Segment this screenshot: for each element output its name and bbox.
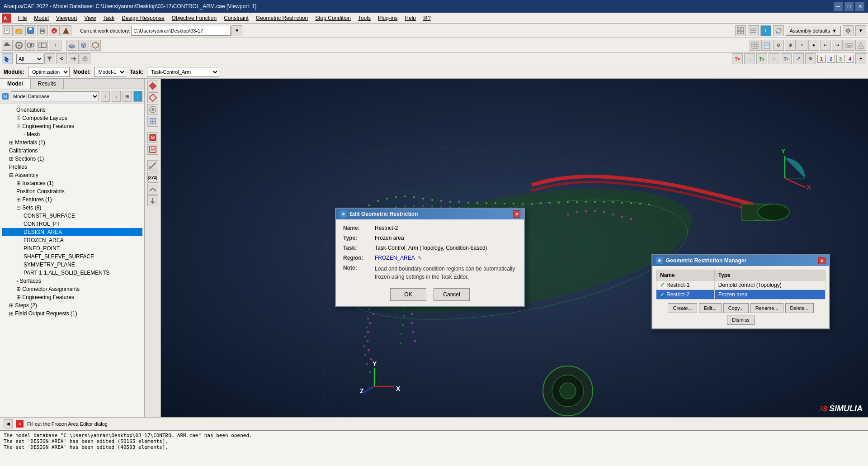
vtb-curve[interactable]	[147, 184, 158, 195]
mesh-tb2[interactable]	[761, 40, 772, 51]
tree-constr-surface[interactable]: CONSTR_SURFACE	[2, 212, 142, 220]
tree-steps[interactable]: ⊞ Steps (2)	[2, 301, 142, 309]
menu-viewport[interactable]: Viewport	[52, 14, 80, 22]
mesh-tb4[interactable]: ⊕	[785, 40, 796, 51]
vtb-arrow[interactable]	[147, 195, 158, 206]
vtb-xyz[interactable]: (XYZ)	[147, 172, 158, 183]
vtb-6[interactable]: M	[147, 144, 158, 155]
vtb-line[interactable]	[147, 160, 158, 171]
prompt-back-btn[interactable]: ◀	[4, 419, 13, 428]
tab-model[interactable]: Model	[0, 79, 31, 89]
cursor-btn[interactable]	[2, 53, 13, 64]
vtb-1[interactable]	[147, 81, 158, 91]
grm-edit-button[interactable]: Edit...	[699, 303, 722, 313]
model-select[interactable]: Model-1	[94, 67, 126, 77]
tree-sets[interactable]: ⊟ Sets (8)	[2, 204, 142, 212]
menu-stop-condition[interactable]: Stop Condition	[311, 14, 354, 22]
filter-btn1[interactable]	[44, 53, 55, 64]
menu-file[interactable]: File	[14, 14, 30, 22]
menu-design-response[interactable]: Design Response	[118, 14, 168, 22]
minimize-button[interactable]: ─	[834, 2, 843, 11]
tree-collapse-btn[interactable]: ↓	[112, 91, 121, 102]
tree-design-area[interactable]: DESIGN_AREA	[2, 228, 142, 236]
menu-help2[interactable]: ℝ?	[420, 14, 434, 22]
mesh-tb10[interactable]	[855, 40, 866, 51]
tree-expand-btn[interactable]: ↑	[101, 91, 110, 102]
tree-mesh[interactable]: ▪ Mesh	[2, 130, 142, 138]
grm-delete-button[interactable]: Delete...	[785, 303, 814, 313]
grm-row-2[interactable]: ✓Restrict-2 Frozen area	[656, 290, 826, 300]
grid-btn-2[interactable]	[748, 25, 759, 36]
vtb-5[interactable]: M	[147, 132, 158, 143]
axis-y-btn[interactable]: Ty	[756, 53, 767, 64]
color-wheel-button[interactable]	[773, 25, 784, 36]
tree-composite-layups[interactable]: ⊞ Composite Layups	[2, 114, 142, 122]
tb2-1[interactable]	[2, 40, 13, 51]
vtb-2[interactable]	[147, 92, 158, 103]
mesh-tb1[interactable]	[750, 40, 760, 51]
menu-geometric-restriction[interactable]: Geometric Restriction	[252, 14, 311, 22]
tree-pined-point[interactable]: PINED_POINT	[2, 244, 142, 252]
filter-btn2[interactable]: ⟲	[56, 53, 67, 64]
grm-rename-button[interactable]: Rename...	[750, 303, 783, 313]
vtb-3[interactable]	[147, 104, 158, 115]
tree-copy-btn[interactable]: ⊞	[123, 91, 132, 102]
grid-btn-1[interactable]	[735, 25, 746, 36]
task-select[interactable]: Task-Control_Arm	[147, 67, 219, 77]
tb2-3[interactable]	[25, 40, 36, 51]
tree-symmetry-plane[interactable]: SYMMETRY_PLANE	[2, 261, 142, 269]
tb2-cube3[interactable]	[90, 40, 101, 51]
menu-help[interactable]: Help	[401, 14, 420, 22]
tree-connector-assignments[interactable]: ⊞ Connector Assignments	[2, 285, 142, 293]
stop-icon[interactable]: ✕	[16, 420, 24, 428]
restore-button[interactable]: □	[844, 2, 854, 11]
rotate-btn[interactable]: ↻	[805, 53, 816, 64]
tree-calibrations[interactable]: Calibrations	[2, 147, 142, 155]
menu-plug-ins[interactable]: Plug-ins	[374, 14, 401, 22]
tree-eng-features-1[interactable]: ⊞ Engineering Features	[2, 122, 142, 130]
tree-features[interactable]: ⊞ Features (1)	[2, 195, 142, 204]
tree-all-solid[interactable]: PART-1-1.ALL_SOLID_ELEMENTS	[2, 269, 142, 277]
tree-frozen-area[interactable]: FROZEN_AREA	[2, 236, 142, 244]
menu-constraint[interactable]: Constraint	[220, 14, 252, 22]
num-3-button[interactable]: 3	[836, 55, 844, 63]
edit-cancel-button[interactable]: Cancel	[434, 288, 470, 301]
save-button[interactable]	[25, 25, 36, 36]
menu-objective-function[interactable]: Objective Function	[168, 14, 220, 22]
axis-x-btn[interactable]: Tx	[732, 53, 743, 64]
mesh-tb5[interactable]: ○	[797, 40, 807, 51]
grm-dialog-close[interactable]: ✕	[818, 257, 826, 264]
tree-field-output[interactable]: ⊞ Field Output Requests (1)	[2, 309, 142, 318]
cwd-browse-button[interactable]: ▼	[231, 25, 242, 36]
assembly-defaults-button[interactable]: Assembly defaults ▼	[786, 26, 841, 36]
tree-materials[interactable]: ⊞ Materials (1)	[2, 138, 142, 147]
tb2-cube1[interactable]	[66, 40, 77, 51]
tab-results[interactable]: Results	[31, 79, 64, 89]
mesh-tb3[interactable]: ⊙	[773, 40, 784, 51]
module-select[interactable]: Optimization	[28, 67, 70, 77]
tree-shaft-sleeve[interactable]: SHAFT_SLEEVE_SURFACE	[2, 252, 142, 261]
tree-info-btn[interactable]: i	[133, 91, 142, 102]
menu-view[interactable]: View	[81, 14, 100, 22]
mesh-tb8[interactable]: ↪	[832, 40, 843, 51]
num-2-button[interactable]: 2	[827, 55, 835, 63]
region-cursor-icon[interactable]: ↖	[418, 255, 422, 261]
tb2-4[interactable]	[37, 40, 48, 51]
mesh-tb9[interactable]: ref	[844, 40, 854, 51]
filter-select[interactable]: All	[16, 54, 43, 64]
new-button[interactable]	[2, 25, 13, 36]
axis-z2-btn[interactable]: ↗	[793, 53, 804, 64]
edit-ok-button[interactable]: OK	[390, 288, 426, 301]
tb2-cube2[interactable]	[78, 40, 89, 51]
axis-y2-btn[interactable]: ↑	[769, 53, 779, 64]
edit-dialog-close[interactable]: ✕	[513, 210, 520, 218]
menu-tools[interactable]: Tools	[354, 14, 374, 22]
menu-model[interactable]: Model	[30, 14, 52, 22]
star-btn[interactable]: ✦	[855, 53, 866, 64]
extra-btn[interactable]: ▼	[855, 25, 866, 36]
tree-profiles[interactable]: Profiles	[2, 163, 142, 171]
num-4-button[interactable]: 4	[846, 55, 854, 63]
menu-task[interactable]: Task	[99, 14, 118, 22]
grm-row-1[interactable]: ✓Restrict-1 Demold control (Topology)	[656, 281, 826, 290]
tree-surfaces[interactable]: ▪ Surfaces	[2, 277, 142, 285]
